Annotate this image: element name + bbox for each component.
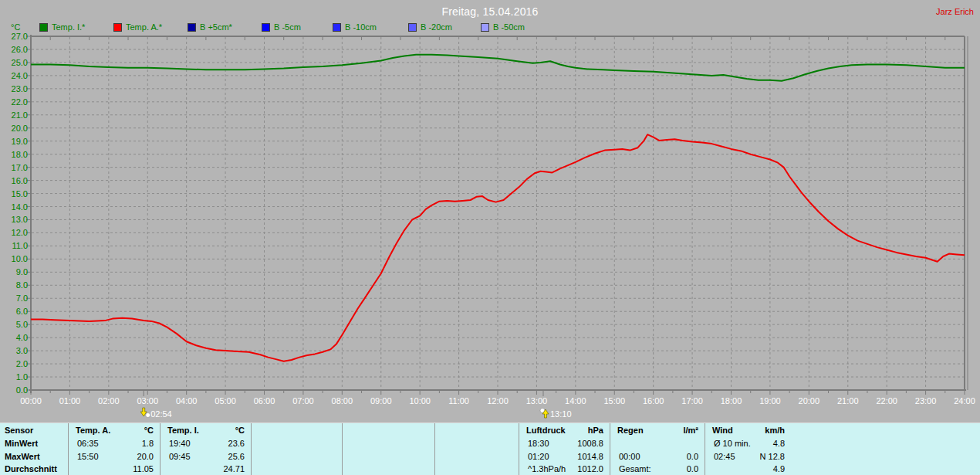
cell-wind-unit: km/h	[705, 425, 785, 436]
cell-temp-a-unit: °C	[68, 425, 154, 436]
temperature-chart: 0.01.02.03.04.05.06.07.08.09.010.011.012…	[0, 0, 980, 422]
x-tick-label: 00:00	[20, 396, 42, 405]
marker-time-label: 13:10	[550, 409, 572, 419]
y-tick-label: 18.0	[12, 150, 28, 159]
x-tick-label: 09:00	[370, 396, 392, 405]
y-tick-label: 26.0	[12, 45, 28, 54]
y-tick-label: 8.0	[16, 280, 28, 290]
x-tick-label: 14:00	[565, 396, 586, 405]
stats-table: SensorMinWertMaxWertDurchschnittTemp. A.…	[0, 422, 980, 475]
y-tick-label: 20.0	[12, 124, 28, 133]
y-tick-label: 25.0	[12, 58, 28, 67]
cell-temp-i-avg-value: 24.71	[160, 463, 245, 475]
y-tick-label: 23.0	[12, 84, 28, 93]
marker-time-label: 02:54	[150, 409, 172, 419]
row-label-sensor: Sensor	[5, 425, 33, 436]
weather-day-view-window: Freitag, 15.04.2016 Jarz Erich °C Temp. …	[0, 0, 980, 475]
x-tick-label: 20:00	[799, 396, 820, 405]
y-tick-label: 9.0	[16, 267, 28, 277]
x-tick-label: 22:00	[876, 396, 897, 405]
cell-luftdruck-avg-value: 1012.0	[519, 463, 603, 475]
x-tick-label: 01:00	[59, 396, 81, 405]
x-tick-label: 15:00	[603, 396, 625, 405]
cell-wind-max-value: N 12.8	[705, 451, 785, 463]
y-tick-label: 17.0	[12, 163, 28, 172]
cell-regen-avg-value: 0.0	[610, 463, 698, 475]
y-tick-label: 14.0	[12, 202, 28, 212]
x-tick-label: 02:00	[98, 396, 120, 405]
series-temp-i-	[31, 55, 965, 81]
moonrise-icon	[540, 409, 549, 419]
y-tick-label: 27.0	[12, 32, 28, 41]
cell-regen-max-value: 0.0	[610, 451, 698, 463]
row-label-maxwert: MaxWert	[5, 451, 40, 463]
x-tick-label: 03:00	[137, 396, 158, 405]
moonset-icon	[140, 408, 150, 418]
cell-regen-unit: l/m²	[610, 425, 698, 436]
cell-luftdruck-max-value: 1014.8	[519, 451, 603, 463]
x-tick-label: 10:00	[409, 396, 431, 405]
y-tick-label: 22.0	[12, 97, 28, 107]
cell-wind-min-value: 4.8	[705, 438, 785, 450]
y-tick-label: 13.0	[12, 215, 28, 224]
x-tick-label: 11:00	[448, 396, 469, 405]
y-tick-label: 7.0	[16, 293, 28, 303]
x-tick-label: 12:00	[487, 396, 509, 405]
y-tick-label: 6.0	[16, 307, 28, 316]
y-tick-label: 5.0	[16, 320, 28, 329]
x-tick-label: 23:00	[915, 396, 937, 405]
x-tick-label: 21:00	[837, 396, 859, 405]
cell-temp-a-max-value: 20.0	[68, 451, 154, 463]
y-tick-label: 24.0	[12, 71, 28, 80]
y-tick-label: 10.0	[12, 254, 28, 263]
cell-temp-i-unit: °C	[160, 425, 245, 436]
y-tick-label: 15.0	[12, 189, 28, 198]
y-tick-label: 3.0	[16, 346, 28, 355]
cell-temp-i-max-value: 25.6	[160, 451, 245, 463]
y-tick-label: 21.0	[12, 110, 28, 120]
table-divider	[342, 423, 343, 475]
table-divider	[251, 423, 252, 475]
y-tick-label: 1.0	[16, 372, 28, 382]
x-tick-label: 05:00	[215, 396, 236, 405]
y-tick-label: 12.0	[12, 228, 28, 237]
cell-temp-a-avg-value: 11.05	[68, 463, 154, 475]
y-tick-label: 4.0	[16, 333, 28, 342]
x-tick-label: 16:00	[643, 396, 664, 405]
y-tick-label: 19.0	[12, 137, 28, 146]
x-tick-label: 04:00	[176, 396, 198, 405]
table-divider	[434, 423, 435, 475]
cell-temp-a-min-value: 1.8	[68, 438, 154, 450]
cell-luftdruck-min-value: 1008.8	[519, 438, 603, 450]
x-tick-label: 07:00	[292, 396, 314, 405]
x-tick-label: 08:00	[332, 396, 353, 405]
x-tick-label: 24:00	[954, 396, 975, 405]
x-tick-label: 18:00	[721, 396, 742, 405]
cell-luftdruck-unit: hPa	[519, 425, 603, 436]
y-tick-label: 2.0	[16, 359, 28, 368]
y-tick-label: 11.0	[12, 241, 28, 250]
cell-temp-i-min-value: 23.6	[160, 438, 245, 450]
cell-wind-avg-value: 4.9	[705, 463, 785, 475]
y-tick-label: 16.0	[12, 176, 28, 185]
x-tick-label: 06:00	[254, 396, 275, 405]
row-label-durchschnitt: Durchschnitt	[5, 463, 57, 475]
row-label-minwert: MinWert	[5, 438, 38, 450]
x-tick-label: 19:00	[759, 396, 781, 405]
y-tick-label: 0.0	[16, 385, 28, 395]
x-tick-label: 13:00	[526, 396, 548, 405]
x-tick-label: 17:00	[681, 396, 703, 405]
